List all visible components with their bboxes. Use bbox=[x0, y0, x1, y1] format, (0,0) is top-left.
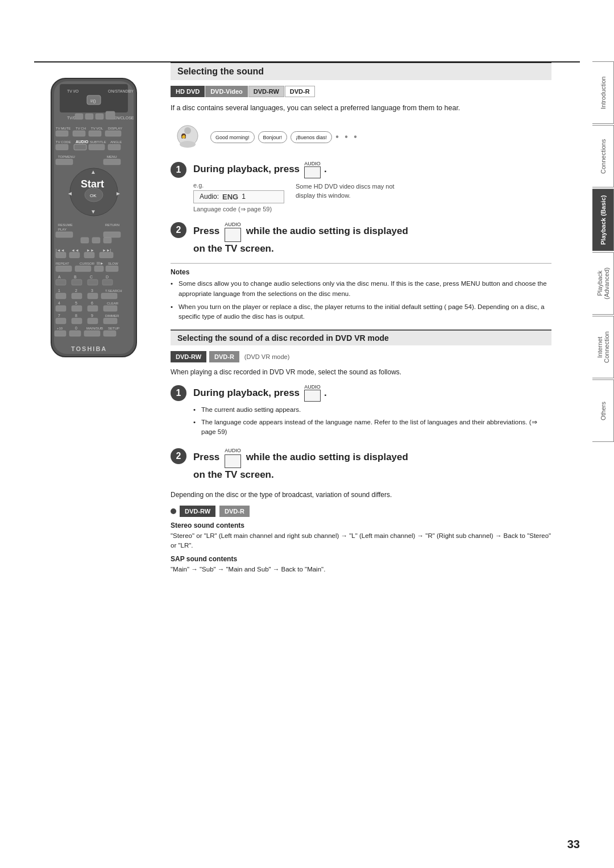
notes-title: Notes bbox=[171, 268, 551, 276]
audio-key-2 bbox=[225, 228, 241, 241]
step2-number: 2 bbox=[171, 222, 186, 238]
svg-rect-61 bbox=[56, 266, 72, 272]
svg-rect-54 bbox=[69, 252, 80, 258]
section1-intro: If a disc contains several languages, yo… bbox=[171, 103, 551, 114]
svg-rect-64 bbox=[106, 266, 118, 272]
audio-label-small-3: AUDIO bbox=[304, 384, 321, 390]
badge-dvd-rw: DVD-RW bbox=[248, 86, 284, 97]
svg-text:SUBTITLE: SUBTITLE bbox=[90, 140, 106, 144]
svg-text:C: C bbox=[90, 275, 93, 279]
svg-text:5: 5 bbox=[75, 301, 77, 305]
vr-when-text: When playing a disc recorded in DVD VR m… bbox=[171, 367, 551, 377]
svg-rect-72 bbox=[102, 279, 113, 285]
svg-rect-104 bbox=[103, 331, 116, 336]
s2-step2-text3: on the TV screen. bbox=[193, 469, 274, 480]
svg-rect-47 bbox=[92, 237, 100, 243]
svg-text:REPEAT: REPEAT bbox=[56, 262, 69, 265]
sidebar-tab-internet-connection[interactable]: Internet Connection bbox=[592, 316, 614, 378]
step1-period: . bbox=[324, 164, 327, 175]
svg-text:RETURN: RETURN bbox=[105, 223, 119, 227]
svg-text:DISPLAY: DISPLAY bbox=[108, 127, 122, 130]
illustration-row: 👩 Good morning! Bonjour! ¡Buenos dias! •… bbox=[171, 122, 551, 153]
s2-bullet-1: The current audio setting appears. bbox=[193, 405, 551, 415]
svg-rect-20 bbox=[105, 131, 121, 136]
svg-text:OK: OK bbox=[90, 193, 97, 198]
depending-text: Depending on the disc or the type of bro… bbox=[171, 490, 551, 500]
svg-rect-19 bbox=[89, 131, 101, 136]
step1-note-right: Some HD DVD video discs may not display … bbox=[296, 182, 409, 201]
svg-rect-27 bbox=[89, 144, 105, 150]
svg-text:DIMMER: DIMMER bbox=[105, 314, 119, 318]
svg-text:T.SEARCH: T.SEARCH bbox=[105, 289, 122, 293]
main-content: TV I/O ON/STANDBY I/() TV/DVD OPEN/CLOSE… bbox=[34, 61, 580, 834]
s2-step1-bullets: The current audio setting appears. The l… bbox=[193, 405, 551, 437]
svg-rect-9 bbox=[75, 114, 83, 119]
step1-title: During playback, press AUDIO . bbox=[193, 161, 551, 178]
svg-text:TV MUTE: TV MUTE bbox=[56, 127, 70, 130]
audio-button-4: AUDIO bbox=[225, 447, 241, 468]
audio-button-3: AUDIO bbox=[304, 384, 321, 402]
svg-text:I/(): I/() bbox=[90, 98, 96, 103]
sidebar-tab-playback-basic[interactable]: Playback (Basic) bbox=[592, 189, 614, 251]
badge-dvd-video: DVD-Video bbox=[205, 86, 248, 97]
svg-text:SETUP: SETUP bbox=[108, 327, 119, 330]
eg-label-1: e.g. bbox=[193, 182, 284, 189]
svg-rect-85 bbox=[56, 306, 66, 311]
svg-rect-95 bbox=[88, 318, 98, 324]
audio-button-2: AUDIO bbox=[225, 221, 241, 242]
step2-content: Press AUDIO while the audio setting is d… bbox=[193, 221, 551, 256]
step2-press-text: Press bbox=[193, 226, 219, 236]
sidebar-tab-introduction[interactable]: Introduction bbox=[592, 61, 614, 124]
audio-label-small-1: AUDIO bbox=[304, 161, 321, 166]
svg-rect-46 bbox=[81, 237, 89, 243]
svg-text:PLAY: PLAY bbox=[58, 228, 67, 231]
svg-point-107 bbox=[180, 141, 196, 148]
svg-text:RESUME: RESUME bbox=[58, 223, 73, 227]
s2-step1-title: During playback, press AUDIO . bbox=[193, 384, 551, 402]
svg-rect-53 bbox=[56, 252, 66, 258]
svg-text:TV CODE: TV CODE bbox=[56, 140, 71, 144]
audio-display-1: Audio: ENG 1 bbox=[193, 190, 284, 203]
svg-text:AUDIO: AUDIO bbox=[76, 140, 89, 144]
sap-sound-text: "Main" → "Sub" → "Main and Sub" → Back t… bbox=[171, 565, 551, 574]
example-row-1: e.g. Audio: ENG 1 Language code (⇒ page … bbox=[193, 182, 551, 213]
svg-text:3: 3 bbox=[91, 289, 93, 293]
svg-text:6: 6 bbox=[91, 301, 93, 305]
bubble-2: Bonjour! bbox=[258, 131, 288, 143]
lang-code-note: Language code (⇒ page 59) bbox=[193, 206, 284, 213]
audio-key-3 bbox=[304, 390, 321, 402]
sidebar-tab-others[interactable]: Others bbox=[592, 379, 614, 442]
svg-text:9: 9 bbox=[91, 314, 93, 318]
svg-text:👩: 👩 bbox=[181, 133, 186, 139]
svg-rect-78 bbox=[72, 293, 82, 299]
svg-rect-17 bbox=[56, 131, 68, 136]
section1-badges: HD DVD DVD-Video DVD-RW DVD-R bbox=[171, 86, 551, 97]
svg-rect-56 bbox=[99, 252, 113, 258]
step2-title: Press AUDIO while the audio setting is d… bbox=[193, 221, 551, 256]
example-left-1: e.g. Audio: ENG 1 Language code (⇒ page … bbox=[193, 182, 284, 213]
svg-text:TV VOL: TV VOL bbox=[91, 127, 103, 130]
audio-key-4 bbox=[225, 454, 241, 468]
bubble-3: ¡Buenos dias! bbox=[291, 131, 332, 143]
svg-text:ON/STANDBY: ON/STANDBY bbox=[108, 89, 134, 93]
sap-sound-title: SAP sound contents bbox=[171, 555, 551, 563]
step1-number: 1 bbox=[171, 162, 186, 178]
badge-dvd-r: DVD-R bbox=[285, 86, 315, 97]
svg-text:A: A bbox=[58, 275, 61, 279]
svg-text:8: 8 bbox=[75, 314, 77, 318]
step1-text: During playback, press bbox=[193, 164, 300, 175]
sidebar-tab-playback-advanced[interactable]: Playback (Advanced) bbox=[592, 252, 614, 315]
step2-text2: while the audio setting is displayed bbox=[246, 226, 408, 236]
svg-text:▲: ▲ bbox=[90, 169, 96, 175]
badge2-dvd-r: DVD-R bbox=[209, 351, 239, 362]
svg-rect-70 bbox=[72, 279, 82, 285]
disc-bullet-row: DVD-RW DVD-R bbox=[171, 506, 551, 517]
svg-rect-77 bbox=[56, 293, 66, 299]
svg-rect-63 bbox=[94, 266, 103, 272]
section2-badges: DVD-RW DVD-R (DVD VR mode) bbox=[171, 351, 551, 362]
svg-rect-94 bbox=[72, 318, 82, 324]
notes-section: Notes Some discs allow you to change aud… bbox=[171, 263, 551, 322]
sidebar-tab-connections[interactable]: Connections bbox=[592, 125, 614, 187]
right-content: Selecting the sound HD DVD DVD-Video DVD… bbox=[171, 61, 551, 579]
svg-rect-45 bbox=[103, 232, 121, 237]
